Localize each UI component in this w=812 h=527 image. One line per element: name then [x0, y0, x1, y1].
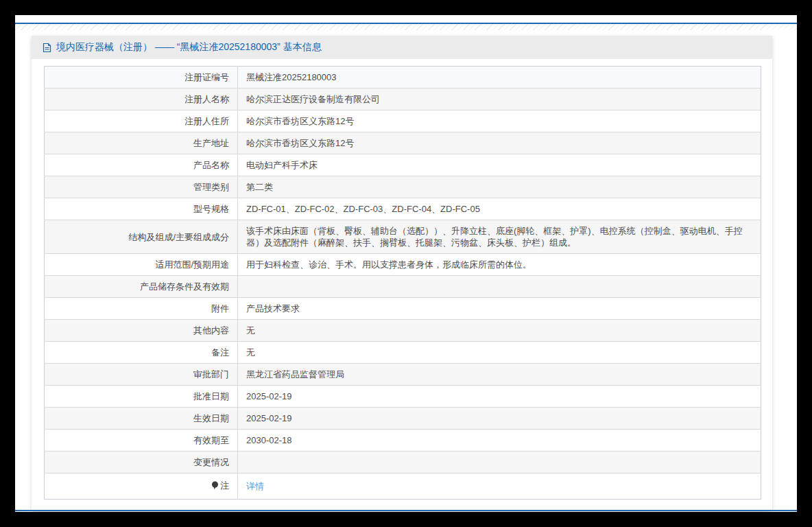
table-row: 型号规格 ZD-FC-01、ZD-FC-02、ZD-FC-03、ZD-FC-04…: [45, 198, 761, 220]
row-value: [238, 452, 761, 473]
table-row: 生效日期 2025-02-19: [45, 408, 761, 430]
row-value: 电动妇产科手术床: [238, 154, 761, 176]
row-label: 其他内容: [45, 320, 238, 342]
row-value: ZD-FC-01、ZD-FC-02、ZD-FC-03、ZD-FC-04、ZD-F…: [238, 198, 761, 220]
row-value: 产品技术要求: [238, 298, 761, 320]
row-value: 2025-02-19: [238, 408, 761, 430]
table-row: 适用范围/预期用途 用于妇科检查、诊治、手术。用以支撑患者身体，形成临床所需的体…: [45, 254, 761, 276]
card-header: 境内医疗器械（注册） —— “黑械注准20252180003” 基本信息: [32, 36, 772, 59]
row-label: 产品名称: [45, 154, 238, 176]
row-label: 生产地址: [45, 132, 238, 154]
table-row: 其他内容 无: [45, 320, 761, 342]
table-row: 有效期至 2030-02-18: [45, 430, 761, 452]
row-label: 有效期至: [45, 430, 238, 452]
row-value: 黑龙江省药品监督管理局: [238, 364, 761, 386]
registration-info-table: 注册证编号 黑械注准20252180003 注册人名称 哈尔滨正达医疗设备制造有…: [44, 66, 761, 500]
row-label: 批准日期: [45, 386, 238, 408]
row-value: 该手术床由床面（背板、臀板、辅助台（选配））、升降立柱、底座(脚轮、框架、护罩)…: [238, 220, 761, 254]
row-label: 注册人住所: [45, 110, 238, 132]
registration-info-card: 境内医疗器械（注册） —— “黑械注准20252180003” 基本信息 注册证…: [32, 36, 772, 511]
row-value: 哈尔滨正达医疗设备制造有限公司: [238, 89, 761, 110]
page-title: 境内医疗器械（注册） —— “黑械注准20252180003” 基本信息: [43, 41, 322, 54]
row-label: 附件: [45, 298, 238, 320]
row-label: 产品储存条件及有效期: [45, 276, 238, 298]
bulb-icon: [211, 481, 219, 493]
bottom-accent-line: [15, 510, 797, 511]
row-value: 无: [238, 320, 761, 342]
row-value: 黑械注准20252180003: [238, 67, 761, 89]
page: 境内医疗器械（注册） —— “黑械注准20252180003” 基本信息 注册证…: [15, 15, 797, 512]
row-value: [238, 276, 761, 298]
row-value: 哈尔滨市香坊区义东路12号: [238, 110, 761, 132]
table-row: 注册人名称 哈尔滨正达医疗设备制造有限公司: [45, 89, 761, 110]
row-label: 管理类别: [45, 176, 238, 198]
table-row: 结构及组成/主要组成成分 该手术床由床面（背板、臀板、辅助台（选配））、升降立柱…: [45, 220, 761, 254]
row-label: 生效日期: [45, 408, 238, 430]
table-row-note: 注 详情: [45, 473, 761, 500]
detail-link[interactable]: 详情: [246, 481, 264, 491]
table-row: 注册证编号 黑械注准20252180003: [45, 67, 761, 89]
table-row: 产品储存条件及有效期: [45, 276, 761, 298]
note-label-text: 注: [220, 480, 229, 491]
table-row: 批准日期 2025-02-19: [45, 386, 761, 408]
row-value: 第二类: [238, 176, 761, 198]
table-row: 注册人住所 哈尔滨市香坊区义东路12号: [45, 110, 761, 132]
table-row: 变更情况: [45, 452, 761, 473]
row-value: 2030-02-18: [238, 430, 761, 452]
table-row: 审批部门 黑龙江省药品监督管理局: [45, 364, 761, 386]
table-row: 生产地址 哈尔滨市香坊区义东路12号: [45, 132, 761, 154]
table-row: 管理类别 第二类: [45, 176, 761, 198]
row-value: 2025-02-19: [238, 386, 761, 408]
table-row: 产品名称 电动妇产科手术床: [45, 154, 761, 176]
row-label: 结构及组成/主要组成成分: [45, 220, 238, 254]
row-label: 注册证编号: [45, 67, 238, 89]
row-value: 哈尔滨市香坊区义东路12号: [238, 132, 761, 154]
row-label: 注: [45, 473, 238, 500]
table-row: 附件 产品技术要求: [45, 298, 761, 320]
hatch-decoration: [15, 24, 797, 30]
row-value: 无: [238, 342, 761, 364]
row-value: 详情: [238, 473, 761, 500]
row-label: 备注: [45, 342, 238, 364]
document-icon: [43, 43, 51, 53]
row-label: 注册人名称: [45, 89, 238, 110]
row-label: 型号规格: [45, 198, 238, 220]
row-value: 用于妇科检查、诊治、手术。用以支撑患者身体，形成临床所需的体位。: [238, 254, 761, 276]
table-row: 备注 无: [45, 342, 761, 364]
row-label: 审批部门: [45, 364, 238, 386]
row-label: 适用范围/预期用途: [45, 254, 238, 276]
page-title-text: 境内医疗器械（注册） —— “黑械注准20252180003” 基本信息: [56, 41, 322, 54]
row-label: 变更情况: [45, 452, 238, 473]
